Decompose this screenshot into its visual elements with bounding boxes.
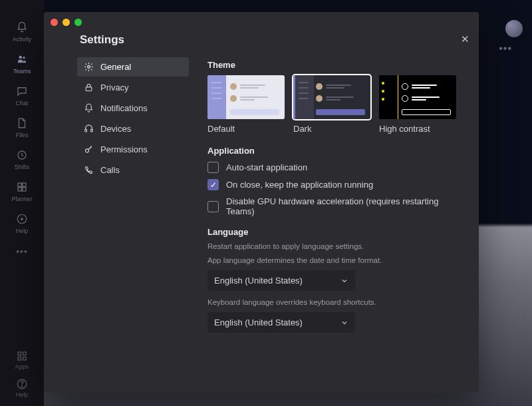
rail-item-files[interactable]: Files: [9, 116, 35, 138]
svg-point-0: [19, 56, 23, 59]
rail-item-shifts[interactable]: Shifts: [9, 148, 35, 170]
svg-rect-4: [23, 183, 26, 186]
rail-label: Apps: [15, 363, 29, 370]
check-disable-gpu[interactable]: Disable GPU hardware acceleration (requi…: [207, 196, 464, 216]
rail-overflow-icon[interactable]: •••: [16, 246, 28, 257]
rail-label: Files: [15, 132, 28, 138]
traffic-maximize-icon[interactable]: [74, 19, 82, 26]
sidebar-item-general[interactable]: General: [77, 57, 189, 77]
traffic-minimize-icon[interactable]: [63, 19, 70, 26]
lock-icon: [84, 83, 94, 93]
teams-icon: [15, 52, 29, 67]
chevron-down-icon: [340, 277, 348, 285]
language-heading: Language: [207, 227, 464, 237]
check-label: On close, keep the application running: [226, 180, 373, 190]
check-on-close[interactable]: On close, keep the application running: [207, 179, 464, 190]
rail-item-activity[interactable]: Activity: [9, 20, 35, 43]
app-language-select[interactable]: English (United States): [207, 270, 355, 291]
theme-thumb-default: [207, 75, 285, 119]
svg-point-14: [21, 386, 22, 387]
rail-item-help-bottom[interactable]: Help: [9, 378, 35, 398]
rail-label: Help: [16, 228, 29, 234]
help-icon: [15, 212, 29, 226]
check-label: Disable GPU hardware acceleration (requi…: [226, 196, 464, 216]
sidebar-item-label: Privacy: [100, 83, 129, 93]
svg-point-15: [88, 66, 90, 69]
application-heading: Application: [207, 146, 464, 156]
theme-thumb-dark: [293, 75, 370, 119]
sidebar-item-label: Devices: [100, 124, 131, 134]
keyboard-language-hint: Keyboard language overrides keyboard sho…: [207, 298, 464, 306]
svg-rect-6: [23, 188, 26, 191]
svg-rect-16: [86, 87, 92, 91]
checkbox-icon: [207, 201, 219, 212]
chat-icon: [15, 84, 29, 99]
planner-icon: [15, 180, 29, 194]
theme-option-default[interactable]: Default: [207, 75, 285, 134]
shifts-icon: [15, 148, 29, 162]
apps-icon: [16, 350, 28, 362]
svg-rect-12: [23, 357, 27, 361]
key-icon: [84, 144, 94, 154]
rail-item-help[interactable]: Help: [9, 212, 35, 234]
rail-label: Activity: [13, 36, 32, 43]
theme-thumb-hc: [379, 75, 456, 119]
checkbox-icon: [207, 162, 219, 173]
svg-point-8: [21, 218, 23, 220]
rail-label: Shifts: [15, 164, 30, 170]
theme-heading: Theme: [207, 60, 464, 70]
sidebar-item-privacy[interactable]: Privacy: [77, 78, 189, 97]
svg-point-19: [86, 149, 89, 152]
rail-label: Help: [16, 391, 29, 398]
svg-rect-18: [91, 129, 93, 132]
check-autostart[interactable]: Auto-start application: [207, 162, 464, 173]
theme-label: High contrast: [379, 124, 456, 134]
rail-label: Chat: [15, 100, 28, 106]
rail-item-planner[interactable]: Planner: [9, 180, 35, 202]
theme-picker: Default Dark: [207, 75, 464, 134]
sidebar-item-permissions[interactable]: Permissions: [77, 140, 189, 159]
theme-option-high-contrast[interactable]: High contrast: [379, 75, 456, 134]
overflow-dots-main[interactable]: •••: [499, 43, 512, 55]
theme-label: Dark: [293, 124, 370, 134]
sidebar-item-label: General: [100, 62, 131, 72]
svg-point-1: [23, 57, 25, 59]
theme-label: Default: [207, 124, 285, 134]
svg-rect-11: [18, 357, 21, 361]
keyboard-language-select[interactable]: English (United States): [207, 312, 355, 333]
files-icon: [15, 116, 29, 130]
sidebar-item-label: Calls: [100, 165, 120, 175]
bell-icon: [84, 103, 94, 113]
rail-item-apps[interactable]: Apps: [9, 350, 35, 370]
language-restart-hint: Restart application to apply language se…: [207, 242, 464, 250]
sidebar-item-label: Notifications: [100, 103, 148, 113]
help-circle-icon: [16, 378, 28, 390]
rail-label: Planner: [11, 196, 32, 202]
app-rail: Activity Teams Chat Files Shifts Planner: [0, 0, 44, 406]
theme-option-dark[interactable]: Dark: [293, 75, 370, 134]
rail-item-teams[interactable]: Teams: [9, 52, 35, 75]
traffic-lights: [51, 19, 82, 26]
settings-content: Theme Default: [189, 56, 479, 393]
close-icon: ✕: [461, 33, 469, 45]
sidebar-item-calls[interactable]: Calls: [77, 160, 189, 180]
svg-rect-17: [85, 129, 87, 132]
check-label: Auto-start application: [226, 162, 307, 172]
svg-rect-5: [18, 188, 21, 191]
page-title: Settings: [44, 12, 479, 56]
gear-icon: [84, 62, 94, 72]
rail-item-chat[interactable]: Chat: [9, 84, 35, 106]
headset-icon: [84, 124, 94, 134]
phone-icon: [84, 165, 94, 175]
traffic-close-icon[interactable]: [51, 19, 58, 26]
close-button[interactable]: ✕: [461, 33, 469, 45]
svg-rect-9: [18, 352, 21, 355]
sidebar-item-label: Permissions: [100, 144, 148, 154]
avatar[interactable]: [505, 20, 523, 37]
bell-icon: [15, 20, 29, 35]
sidebar-item-notifications[interactable]: Notifications: [77, 99, 189, 118]
settings-sidebar: General Privacy Notifications Devices: [77, 56, 189, 393]
checkbox-checked-icon: [207, 179, 219, 190]
app-language-hint: App language determines the date and tim…: [207, 256, 464, 264]
sidebar-item-devices[interactable]: Devices: [77, 119, 189, 138]
